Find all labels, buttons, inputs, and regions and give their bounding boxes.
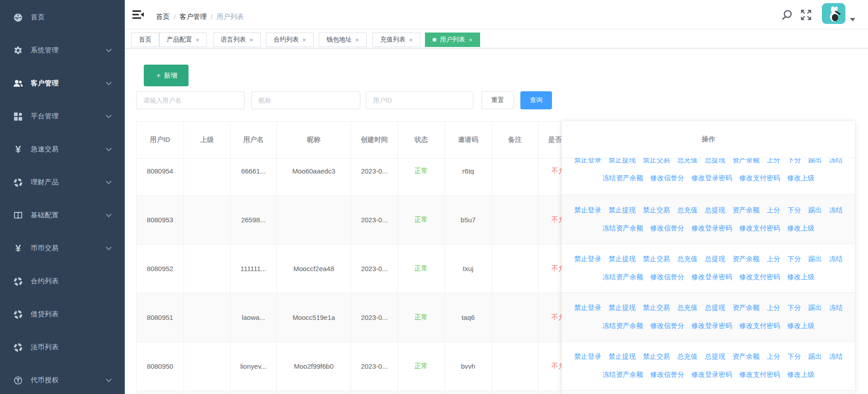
close-icon[interactable]: × [302,37,306,43]
action-sub-points[interactable]: 下分 [788,206,801,214]
action-forbid-login[interactable]: 禁止登录 [574,352,601,360]
sidebar-item-express-trade[interactable]: ¥ 急速交易 [0,133,125,166]
action-total-withdraw[interactable]: 总提现 [705,255,725,263]
username-input[interactable] [136,91,245,109]
action-forbid-withdraw[interactable]: 禁止提现 [609,206,636,214]
action-freeze[interactable]: 冻结 [829,206,843,214]
sidebar-item-system[interactable]: 系统管理 [0,34,125,67]
action-add-points[interactable]: 上分 [767,304,780,311]
breadcrumb-section[interactable]: 客户管理 [179,13,207,21]
action-edit-pay-password[interactable]: 修改支付密码 [740,273,780,281]
close-icon[interactable]: × [409,37,413,43]
action-asset-balance[interactable]: 资产余额 [732,352,760,360]
action-sub-points[interactable]: 下分 [788,255,801,263]
action-edit-credit[interactable]: 修改信誉分 [651,273,684,281]
close-icon[interactable]: × [469,37,472,43]
action-freeze[interactable]: 冻结 [829,352,843,360]
search-icon[interactable] [781,9,793,23]
action-freeze-assets[interactable]: 冻结资产余额 [603,224,643,232]
action-total-withdraw[interactable]: 总提现 [705,158,725,164]
action-add-points[interactable]: 上分 [767,352,780,360]
action-total-recharge[interactable]: 总充值 [677,158,698,164]
sidebar-item-token-auth[interactable]: 代币授权 [0,364,125,394]
action-forbid-login[interactable]: 禁止登录 [574,158,601,164]
action-total-recharge[interactable]: 总充值 [677,206,698,214]
sidebar-item-wealth[interactable]: 理财产品 [0,166,125,199]
sidebar-item-base-config[interactable]: 基础配置 [0,199,125,232]
action-forbid-trade[interactable]: 禁止交易 [643,158,670,164]
close-icon[interactable]: × [196,37,199,43]
action-forbid-login[interactable]: 禁止登录 [574,255,601,263]
sidebar-item-loan-list[interactable]: 借贷列表 [0,298,125,331]
tab-wallet-address[interactable]: 钱包地址× [319,33,367,47]
action-total-withdraw[interactable]: 总提现 [705,206,725,214]
action-forbid-withdraw[interactable]: 禁止提现 [609,255,636,263]
action-add-points[interactable]: 上分 [767,158,780,164]
action-edit-login-password[interactable]: 修改登录密码 [692,224,732,232]
tab-contract-list[interactable]: 合约列表× [266,33,314,47]
action-add-points[interactable]: 上分 [767,206,780,214]
close-icon[interactable]: × [355,37,359,43]
action-freeze[interactable]: 冻结 [829,304,843,311]
action-forbid-withdraw[interactable]: 禁止提现 [609,352,636,360]
action-freeze[interactable]: 冻结 [829,158,843,164]
action-edit-credit[interactable]: 修改信誉分 [651,174,684,182]
action-forbid-login[interactable]: 禁止登录 [574,304,601,311]
tab-product-config[interactable]: 产品配置× [159,33,207,47]
tab-language-list[interactable]: 语言列表× [213,33,261,47]
action-sub-points[interactable]: 下分 [788,352,801,360]
action-freeze-assets[interactable]: 冻结资产余额 [603,273,643,281]
action-forbid-withdraw[interactable]: 禁止提现 [609,158,636,164]
action-edit-login-password[interactable]: 修改登录密码 [692,371,732,378]
action-kick[interactable]: 踢出 [808,304,822,311]
action-edit-credit[interactable]: 修改信誉分 [651,322,684,329]
action-edit-parent[interactable]: 修改上级 [788,273,815,281]
action-freeze-assets[interactable]: 冻结资产余额 [603,371,643,378]
action-total-recharge[interactable]: 总充值 [677,352,698,360]
sidebar-item-home[interactable]: 首页 [0,1,125,34]
tab-recharge-list[interactable]: 充值列表× [373,33,420,47]
action-kick[interactable]: 踢出 [808,352,822,360]
tab-home[interactable]: 首页 [131,33,159,47]
action-total-recharge[interactable]: 总充值 [677,255,698,263]
action-edit-credit[interactable]: 修改信誉分 [651,371,684,378]
nickname-input[interactable] [251,91,360,109]
sidebar-item-coin-trade[interactable]: ¥ 币币交易 [0,232,125,265]
action-forbid-trade[interactable]: 禁止交易 [643,304,670,311]
action-total-withdraw[interactable]: 总提现 [705,352,725,360]
add-button[interactable]: ＋新增 [144,65,189,86]
sidebar-item-platform[interactable]: 平台管理 [0,100,125,133]
action-sub-points[interactable]: 下分 [788,158,801,164]
action-edit-parent[interactable]: 修改上级 [788,174,815,182]
action-freeze[interactable]: 冻结 [829,255,843,263]
action-forbid-trade[interactable]: 禁止交易 [643,255,670,263]
action-asset-balance[interactable]: 资产余额 [732,206,760,214]
action-forbid-login[interactable]: 禁止登录 [574,206,601,214]
action-edit-parent[interactable]: 修改上级 [788,371,815,378]
action-add-points[interactable]: 上分 [767,255,780,263]
sidebar-item-fiat-list[interactable]: 法币列表 [0,331,125,364]
action-kick[interactable]: 踢出 [808,255,822,263]
action-sub-points[interactable]: 下分 [788,304,801,311]
reset-button[interactable]: 重置 [481,91,514,109]
close-icon[interactable]: × [250,37,253,43]
action-forbid-trade[interactable]: 禁止交易 [643,206,670,214]
action-edit-login-password[interactable]: 修改登录密码 [692,322,732,329]
action-edit-pay-password[interactable]: 修改支付密码 [740,224,780,232]
action-total-recharge[interactable]: 总充值 [677,304,698,311]
action-edit-credit[interactable]: 修改信誉分 [651,224,684,232]
sidebar-item-customers[interactable]: 客户管理 [0,67,125,100]
action-freeze-assets[interactable]: 冻结资产余额 [603,322,643,329]
action-forbid-trade[interactable]: 禁止交易 [643,352,670,360]
action-edit-parent[interactable]: 修改上级 [788,224,815,232]
action-edit-parent[interactable]: 修改上级 [788,322,815,329]
action-edit-login-password[interactable]: 修改登录密码 [692,273,732,281]
action-kick[interactable]: 踢出 [808,158,822,164]
action-asset-balance[interactable]: 资产余额 [732,304,760,311]
breadcrumb-home[interactable]: 首页 [156,13,170,21]
action-edit-pay-password[interactable]: 修改支付密码 [740,174,780,182]
tab-user-list[interactable]: 用户列表× [425,33,480,47]
userid-input[interactable] [366,91,473,109]
sidebar-item-contract-list[interactable]: 合约列表 [0,265,125,298]
hamburger-icon[interactable] [132,10,144,19]
